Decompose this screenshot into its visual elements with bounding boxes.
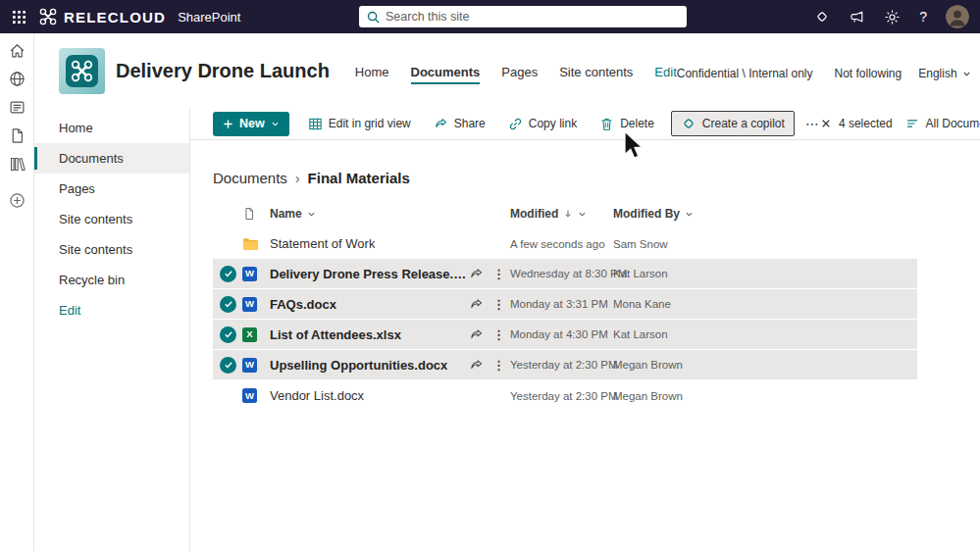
file-name[interactable]: List of Attendees.xlsx	[270, 327, 401, 342]
share-row-icon[interactable]	[469, 358, 484, 373]
row-select[interactable]	[213, 266, 242, 282]
file-type-column[interactable]	[242, 207, 270, 221]
chevron-down-icon	[578, 210, 587, 219]
waffle-icon	[12, 10, 26, 25]
table-row[interactable]: Statement of WorkA few seconds agoSam Sn…	[213, 228, 917, 259]
plus-icon	[223, 119, 233, 129]
file-name[interactable]: Delivery Drone Press Release.docx	[270, 267, 469, 281]
new-button[interactable]: New	[213, 112, 289, 136]
sidebar-item-site-contents[interactable]: Site contents	[34, 234, 189, 265]
column-header-name[interactable]: Name	[270, 207, 510, 221]
file-name[interactable]: Vendor List.docx	[270, 388, 364, 403]
news-icon[interactable]	[9, 99, 26, 116]
arrow-down-icon	[563, 209, 573, 219]
more-options-icon[interactable]: ⋮	[492, 359, 505, 372]
sidebar-item-home[interactable]: Home	[34, 113, 189, 143]
table-row[interactable]: WDelivery Drone Press Release.docx⋮Wedne…	[213, 259, 917, 289]
file-name[interactable]: FAQs.docx	[270, 297, 336, 312]
sidebar-item-recycle-bin[interactable]: Recycle bin	[34, 265, 189, 295]
library-icon[interactable]	[9, 156, 26, 173]
site-nav-site-contents[interactable]: Site contents	[559, 65, 633, 84]
table-row[interactable]: WFAQs.docx⋮Monday at 3:31 PMMona Kane	[213, 289, 917, 320]
modified-value: Yesterday at 2:30 PM	[510, 359, 613, 371]
file-name[interactable]: Upselling Opportunities.docx	[270, 358, 447, 373]
help-button[interactable]: ?	[919, 9, 927, 25]
follow-button[interactable]: Not following	[830, 67, 903, 80]
column-header-modified[interactable]: Modified	[510, 207, 613, 221]
column-header-modified-by[interactable]: Modified By	[613, 207, 917, 221]
more-commands-button[interactable]: ⋯	[805, 116, 820, 131]
sidebar-item-documents[interactable]: Documents	[34, 143, 189, 174]
site-nav-documents[interactable]: Documents	[411, 65, 481, 84]
table-row[interactable]: WUpselling Opportunities.docx⋮Yesterday …	[213, 350, 917, 380]
site-search[interactable]	[359, 6, 687, 27]
megaphone-icon[interactable]	[849, 9, 865, 25]
sidebar-item-site-contents[interactable]: Site contents	[34, 204, 189, 234]
site-title: Delivery Drone Launch	[116, 60, 330, 82]
document-icon[interactable]	[9, 127, 26, 144]
clear-selection-button[interactable]: 4 selected	[820, 117, 893, 130]
cmd-copy-link[interactable]: Copy link	[504, 111, 581, 136]
word-icon: W	[242, 267, 257, 281]
site-logo[interactable]	[59, 48, 105, 94]
site-nav-edit[interactable]: Edit	[654, 65, 676, 84]
avatar[interactable]	[946, 5, 969, 28]
cmd-create-a-copilot[interactable]: Create a copilot	[671, 111, 795, 136]
language-selector[interactable]: English	[918, 67, 970, 80]
site-nav: HomeDocumentsPagesSite contentsEdit	[355, 65, 677, 84]
view-selector[interactable]: All Documents	[905, 117, 980, 130]
selection-count: 4 selected	[839, 117, 893, 130]
avatar-photo-icon	[946, 5, 969, 28]
add-circle-icon[interactable]	[9, 192, 26, 209]
chevron-down-icon	[685, 210, 694, 219]
site-column: Delivery Drone Launch HomeDocumentsPages…	[34, 33, 980, 551]
more-options-icon[interactable]: ⋮	[492, 328, 505, 341]
topbar-icon-set	[814, 9, 901, 25]
row-select[interactable]	[213, 357, 242, 374]
breadcrumb-root[interactable]: Documents	[213, 170, 287, 186]
file-name[interactable]: Statement of Work	[270, 236, 375, 251]
table-row[interactable]: XList of Attendees.xlsx⋮Monday at 4:30 P…	[213, 320, 917, 350]
brand[interactable]: RELECLOUD SharePoint	[39, 8, 240, 25]
chevron-down-icon	[307, 210, 316, 219]
cmd-share[interactable]: Share	[430, 111, 490, 136]
suite-header: RELECLOUD SharePoint ?	[0, 0, 980, 33]
site-nav-pages[interactable]: Pages	[501, 65, 538, 84]
globe-icon[interactable]	[9, 71, 26, 87]
cmd-edit-in-grid-view[interactable]: Edit in grid view	[304, 111, 415, 136]
share-row-icon[interactable]	[469, 297, 484, 312]
home-icon[interactable]	[9, 42, 26, 59]
modified-by-value: Megan Brown	[613, 390, 917, 402]
sidebar-item-pages[interactable]: Pages	[34, 174, 189, 204]
row-select[interactable]	[213, 326, 242, 343]
cmd-delete[interactable]: Delete	[595, 111, 658, 136]
more-options-icon[interactable]: ⋮	[492, 298, 505, 311]
chevron-down-icon	[271, 120, 280, 128]
word-icon: W	[242, 358, 257, 373]
modified-value: Yesterday at 2:30 PM	[510, 390, 613, 402]
share-row-icon[interactable]	[469, 327, 484, 342]
sidebar-item-edit[interactable]: Edit	[34, 295, 189, 326]
modified-value: Monday at 3:31 PM	[510, 298, 613, 310]
search-input[interactable]	[386, 10, 679, 24]
table-row[interactable]: WVendor List.docxYesterday at 2:30 PMMeg…	[213, 380, 917, 411]
gear-icon[interactable]	[884, 9, 901, 25]
row-select[interactable]	[213, 296, 242, 313]
drone-logo-icon	[39, 8, 57, 25]
site-header: Delivery Drone Launch HomeDocumentsPages…	[34, 33, 980, 108]
word-icon: W	[242, 388, 257, 403]
copilot-icon[interactable]	[814, 9, 830, 25]
delete-icon	[599, 117, 614, 131]
share-row-icon[interactable]	[469, 267, 484, 281]
topbar-actions: ?	[814, 5, 980, 28]
breadcrumb-current: Final Materials	[308, 170, 410, 186]
more-options-icon[interactable]: ⋮	[492, 268, 505, 280]
app-frame: Delivery Drone Launch HomeDocumentsPages…	[0, 33, 980, 551]
chevron-down-icon	[962, 70, 971, 78]
page-icon	[242, 207, 256, 221]
app-launcher-button[interactable]	[0, 0, 37, 33]
drone-icon	[71, 60, 93, 82]
documents-table: NameModifiedModified By Statement of Wor…	[213, 199, 917, 411]
selection-controls: 4 selected All Documents	[820, 117, 980, 130]
site-nav-home[interactable]: Home	[355, 65, 389, 84]
